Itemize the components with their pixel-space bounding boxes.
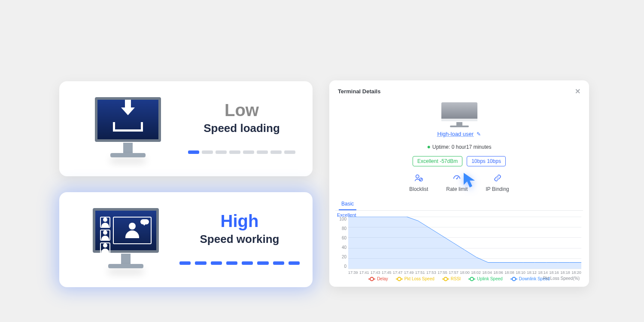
- device-name-link[interactable]: High-load user: [437, 131, 474, 137]
- svg-point-4: [456, 178, 458, 179]
- terminal-details-panel: Terminal Details ✕ High-load user ✎ ●Upt…: [329, 80, 589, 287]
- blocklist-button[interactable]: Blocklist: [409, 173, 428, 192]
- high-subtitle: Speed working: [179, 233, 300, 246]
- tab-basic[interactable]: Basic: [339, 198, 356, 210]
- link-icon: [493, 173, 502, 183]
- speed-tag: 10bps 10bps: [467, 156, 506, 166]
- video-call-icon: [100, 217, 152, 244]
- high-title: High: [179, 212, 300, 231]
- low-monitor-illustration: [72, 97, 184, 157]
- low-subtitle: Speed loading: [184, 122, 300, 135]
- ratelimit-icon: [452, 173, 462, 183]
- panel-title: Terminal Details: [338, 88, 380, 95]
- svg-line-2: [420, 178, 422, 181]
- chart-footer-note: Pkt Loss Speed(%): [543, 276, 580, 281]
- download-icon: [111, 107, 145, 132]
- device-icon: [441, 102, 477, 127]
- low-title: Low: [184, 101, 300, 120]
- svg-point-0: [416, 175, 419, 178]
- ipbinding-button[interactable]: IP Binding: [486, 173, 509, 192]
- high-monitor-illustration: [72, 208, 179, 268]
- chart: Excellent 100806040200 17:3917:4117:4317…: [335, 213, 583, 282]
- low-progress: [188, 150, 295, 154]
- high-speed-card: High Speed working: [59, 192, 313, 287]
- tab-row: Basic: [335, 198, 583, 211]
- high-progress: [179, 261, 300, 265]
- close-icon[interactable]: ✕: [575, 87, 580, 95]
- low-speed-card: Low Speed loading: [59, 81, 313, 176]
- uptime-text: ●Uptime: 0 hour17 minutes: [335, 143, 583, 150]
- signal-tag: Excellent -57dBm: [413, 156, 462, 166]
- edit-icon[interactable]: ✎: [477, 131, 481, 137]
- blocklist-icon: [414, 173, 423, 183]
